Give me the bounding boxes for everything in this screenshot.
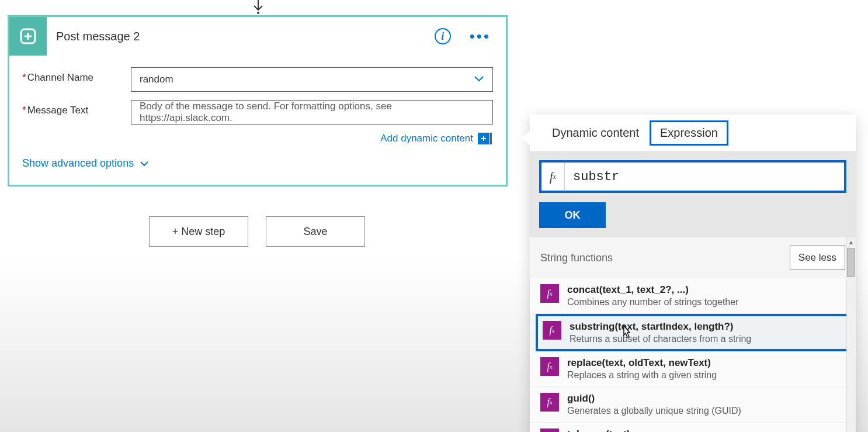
tab-dynamic-content[interactable]: Dynamic content xyxy=(541,120,650,146)
function-item-tolower[interactable]: fx toLower(text) xyxy=(530,423,856,432)
function-signature: toLower(text) xyxy=(567,428,845,432)
flow-arrow-down-icon xyxy=(252,0,264,15)
slack-connector-icon xyxy=(9,17,47,56)
message-text-placeholder: Body of the message to send. For formatt… xyxy=(140,101,484,124)
info-icon[interactable]: i xyxy=(435,28,451,44)
see-less-button[interactable]: See less xyxy=(790,246,845,270)
scroll-up-icon[interactable]: ▲ xyxy=(846,237,856,247)
action-card-header[interactable]: Post message 2 i ••• xyxy=(9,17,506,56)
message-text-input[interactable]: Body of the message to send. For formatt… xyxy=(131,100,493,125)
ok-button[interactable]: OK xyxy=(539,202,606,228)
function-description: Returns a subset of characters from a st… xyxy=(570,334,843,344)
fx-icon: fx xyxy=(541,163,565,191)
add-dynamic-content-link[interactable]: Add dynamic content xyxy=(380,133,473,144)
svg-point-1 xyxy=(257,12,259,14)
channel-name-label: *Channel Name xyxy=(22,67,131,84)
action-card-post-message: Post message 2 i ••• *Channel Name rando… xyxy=(8,15,508,186)
fx-badge-icon: fx xyxy=(540,393,559,412)
scroll-thumb[interactable] xyxy=(847,248,855,277)
show-advanced-options-link[interactable]: Show advanced options xyxy=(22,155,493,172)
chevron-down-icon xyxy=(474,74,484,85)
function-signature: guid() xyxy=(567,393,845,405)
channel-name-value: random xyxy=(140,74,173,85)
fx-badge-icon: fx xyxy=(543,321,561,340)
function-item-concat[interactable]: fx concat(text_1, text_2?, ...) Combines… xyxy=(530,278,856,314)
message-text-label: *Message Text xyxy=(22,100,131,116)
expression-panel: Dynamic content Expression fx OK ▲ Strin… xyxy=(530,115,856,432)
function-item-replace[interactable]: fx replace(text, oldText, newText) Repla… xyxy=(530,351,856,387)
fx-badge-icon: fx xyxy=(540,284,559,303)
function-item-guid[interactable]: fx guid() Generates a globally unique st… xyxy=(530,387,856,423)
function-signature: concat(text_1, text_2?, ...) xyxy=(567,284,845,296)
save-button[interactable]: Save xyxy=(266,216,365,247)
function-section-title: String functions xyxy=(540,252,613,264)
fx-badge-icon: fx xyxy=(540,357,559,376)
expression-input[interactable] xyxy=(565,170,844,184)
function-description: Generates a globally unique string (GUID… xyxy=(567,406,845,416)
expression-input-wrap: fx xyxy=(539,160,846,193)
function-description: Replaces a string with a given string xyxy=(567,370,845,381)
function-signature: replace(text, oldText, newText) xyxy=(567,357,845,369)
add-dynamic-plus-icon[interactable]: + xyxy=(478,133,489,144)
tab-expression[interactable]: Expression xyxy=(650,120,728,146)
action-title: Post message 2 xyxy=(47,30,435,43)
function-list: ▲ String functions See less fx concat(te… xyxy=(530,237,856,432)
fx-badge-icon: fx xyxy=(540,428,559,432)
channel-name-select[interactable]: random xyxy=(131,67,493,92)
function-item-substring[interactable]: fx substring(text, startIndex, length?) … xyxy=(536,314,850,351)
function-description: Combines any number of strings together xyxy=(567,297,845,307)
scrollbar[interactable]: ▲ xyxy=(846,237,856,432)
dynamic-strip xyxy=(490,133,492,144)
chevron-down-icon xyxy=(140,157,149,170)
function-signature: substring(text, startIndex, length?) xyxy=(570,321,843,333)
new-step-button[interactable]: + New step xyxy=(149,216,248,247)
